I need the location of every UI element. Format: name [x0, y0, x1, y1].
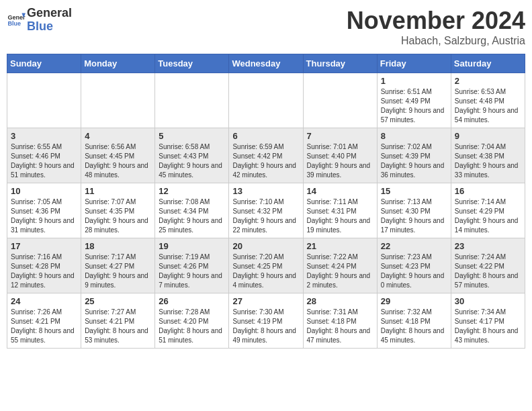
calendar-week-3: 10Sunrise: 7:05 AM Sunset: 4:36 PM Dayli…	[7, 183, 525, 238]
day-number: 30	[455, 296, 521, 306]
calendar-table: SundayMondayTuesdayWednesdayThursdayFrid…	[7, 54, 525, 349]
day-number: 17	[11, 241, 77, 251]
calendar-cell	[155, 73, 229, 128]
day-number: 15	[381, 186, 447, 196]
day-info: Sunrise: 7:17 AM Sunset: 4:27 PM Dayligh…	[85, 253, 151, 290]
day-info: Sunrise: 6:56 AM Sunset: 4:45 PM Dayligh…	[85, 142, 151, 180]
calendar-cell	[229, 73, 303, 128]
calendar-cell: 14Sunrise: 7:11 AM Sunset: 4:31 PM Dayli…	[303, 183, 377, 238]
logo-text: General Blue	[27, 7, 72, 34]
calendar-cell: 5Sunrise: 6:58 AM Sunset: 4:43 PM Daylig…	[155, 128, 229, 183]
day-info: Sunrise: 7:01 AM Sunset: 4:40 PM Dayligh…	[307, 142, 373, 180]
calendar-cell: 17Sunrise: 7:16 AM Sunset: 4:28 PM Dayli…	[7, 238, 81, 293]
day-info: Sunrise: 7:24 AM Sunset: 4:22 PM Dayligh…	[455, 253, 521, 290]
day-info: Sunrise: 7:05 AM Sunset: 4:36 PM Dayligh…	[11, 197, 77, 235]
calendar-cell: 27Sunrise: 7:30 AM Sunset: 4:19 PM Dayli…	[229, 293, 303, 349]
column-header-sunday: Sunday	[7, 54, 81, 73]
day-info: Sunrise: 7:32 AM Sunset: 4:18 PM Dayligh…	[381, 308, 447, 345]
page-header: General Blue General Blue November 2024 …	[7, 7, 525, 47]
day-info: Sunrise: 6:53 AM Sunset: 4:48 PM Dayligh…	[455, 87, 521, 125]
day-info: Sunrise: 6:51 AM Sunset: 4:49 PM Dayligh…	[381, 87, 447, 125]
day-number: 11	[85, 186, 151, 196]
calendar-cell: 9Sunrise: 7:04 AM Sunset: 4:38 PM Daylig…	[451, 128, 525, 183]
day-info: Sunrise: 7:22 AM Sunset: 4:24 PM Dayligh…	[307, 253, 373, 290]
day-info: Sunrise: 7:08 AM Sunset: 4:34 PM Dayligh…	[159, 197, 225, 235]
calendar-week-4: 17Sunrise: 7:16 AM Sunset: 4:28 PM Dayli…	[7, 238, 525, 293]
day-number: 5	[159, 131, 225, 141]
day-info: Sunrise: 7:20 AM Sunset: 4:25 PM Dayligh…	[232, 253, 299, 290]
logo-line1: General	[27, 7, 72, 20]
calendar-cell: 21Sunrise: 7:22 AM Sunset: 4:24 PM Dayli…	[303, 238, 377, 293]
day-number: 19	[159, 241, 225, 251]
day-number: 23	[455, 241, 521, 251]
calendar-cell: 24Sunrise: 7:26 AM Sunset: 4:21 PM Dayli…	[7, 293, 81, 349]
day-number: 14	[307, 186, 373, 196]
calendar-cell: 3Sunrise: 6:55 AM Sunset: 4:46 PM Daylig…	[7, 128, 81, 183]
logo: General Blue General Blue	[7, 7, 72, 34]
calendar-cell: 22Sunrise: 7:23 AM Sunset: 4:23 PM Dayli…	[377, 238, 451, 293]
calendar-cell: 15Sunrise: 7:13 AM Sunset: 4:30 PM Dayli…	[377, 183, 451, 238]
day-info: Sunrise: 7:13 AM Sunset: 4:30 PM Dayligh…	[381, 197, 447, 235]
calendar-cell: 1Sunrise: 6:51 AM Sunset: 4:49 PM Daylig…	[377, 73, 451, 128]
calendar-cell: 20Sunrise: 7:20 AM Sunset: 4:25 PM Dayli…	[229, 238, 303, 293]
day-info: Sunrise: 7:11 AM Sunset: 4:31 PM Dayligh…	[307, 197, 373, 235]
calendar-week-5: 24Sunrise: 7:26 AM Sunset: 4:21 PM Dayli…	[7, 293, 525, 349]
calendar-cell	[81, 73, 155, 128]
calendar-cell: 13Sunrise: 7:10 AM Sunset: 4:32 PM Dayli…	[229, 183, 303, 238]
day-number: 27	[232, 296, 299, 306]
day-info: Sunrise: 7:04 AM Sunset: 4:38 PM Dayligh…	[455, 142, 521, 180]
calendar-week-2: 3Sunrise: 6:55 AM Sunset: 4:46 PM Daylig…	[7, 128, 525, 183]
day-info: Sunrise: 7:26 AM Sunset: 4:21 PM Dayligh…	[11, 308, 77, 345]
day-info: Sunrise: 7:07 AM Sunset: 4:35 PM Dayligh…	[85, 197, 151, 235]
day-info: Sunrise: 7:31 AM Sunset: 4:18 PM Dayligh…	[307, 308, 373, 345]
day-number: 25	[85, 296, 151, 306]
svg-text:Blue: Blue	[7, 20, 21, 27]
calendar-cell: 18Sunrise: 7:17 AM Sunset: 4:27 PM Dayli…	[81, 238, 155, 293]
column-header-monday: Monday	[81, 54, 155, 73]
day-info: Sunrise: 7:14 AM Sunset: 4:29 PM Dayligh…	[455, 197, 521, 235]
day-info: Sunrise: 7:10 AM Sunset: 4:32 PM Dayligh…	[232, 197, 299, 235]
day-number: 21	[307, 241, 373, 251]
calendar-cell: 6Sunrise: 6:59 AM Sunset: 4:42 PM Daylig…	[229, 128, 303, 183]
day-number: 6	[232, 131, 299, 141]
calendar-cell: 2Sunrise: 6:53 AM Sunset: 4:48 PM Daylig…	[451, 73, 525, 128]
day-info: Sunrise: 7:30 AM Sunset: 4:19 PM Dayligh…	[232, 308, 299, 345]
day-info: Sunrise: 7:27 AM Sunset: 4:21 PM Dayligh…	[85, 308, 151, 345]
day-info: Sunrise: 7:19 AM Sunset: 4:26 PM Dayligh…	[159, 253, 225, 290]
column-header-saturday: Saturday	[451, 54, 525, 73]
day-info: Sunrise: 7:23 AM Sunset: 4:23 PM Dayligh…	[381, 253, 447, 290]
day-number: 18	[85, 241, 151, 251]
day-number: 3	[11, 131, 77, 141]
column-header-wednesday: Wednesday	[229, 54, 303, 73]
calendar-week-1: 1Sunrise: 6:51 AM Sunset: 4:49 PM Daylig…	[7, 73, 525, 128]
location: Habach, Salzburg, Austria	[347, 35, 525, 47]
calendar-cell: 7Sunrise: 7:01 AM Sunset: 4:40 PM Daylig…	[303, 128, 377, 183]
calendar-cell: 11Sunrise: 7:07 AM Sunset: 4:35 PM Dayli…	[81, 183, 155, 238]
calendar-cell: 30Sunrise: 7:34 AM Sunset: 4:17 PM Dayli…	[451, 293, 525, 349]
day-number: 24	[11, 296, 77, 306]
calendar-cell: 26Sunrise: 7:28 AM Sunset: 4:20 PM Dayli…	[155, 293, 229, 349]
day-number: 28	[307, 296, 373, 306]
day-number: 4	[85, 131, 151, 141]
calendar-cell	[303, 73, 377, 128]
day-number: 10	[11, 186, 77, 196]
calendar-cell: 4Sunrise: 6:56 AM Sunset: 4:45 PM Daylig…	[81, 128, 155, 183]
calendar-cell: 10Sunrise: 7:05 AM Sunset: 4:36 PM Dayli…	[7, 183, 81, 238]
calendar-header-row: SundayMondayTuesdayWednesdayThursdayFrid…	[7, 54, 525, 73]
day-info: Sunrise: 6:59 AM Sunset: 4:42 PM Dayligh…	[232, 142, 299, 180]
day-number: 13	[232, 186, 299, 196]
day-number: 20	[232, 241, 299, 251]
calendar-cell: 16Sunrise: 7:14 AM Sunset: 4:29 PM Dayli…	[451, 183, 525, 238]
day-number: 16	[455, 186, 521, 196]
day-number: 22	[381, 241, 447, 251]
column-header-friday: Friday	[377, 54, 451, 73]
day-info: Sunrise: 6:55 AM Sunset: 4:46 PM Dayligh…	[11, 142, 77, 180]
column-header-tuesday: Tuesday	[155, 54, 229, 73]
day-info: Sunrise: 7:16 AM Sunset: 4:28 PM Dayligh…	[11, 253, 77, 290]
day-number: 12	[159, 186, 225, 196]
day-info: Sunrise: 7:34 AM Sunset: 4:17 PM Dayligh…	[455, 308, 521, 345]
day-number: 26	[159, 296, 225, 306]
day-number: 1	[381, 76, 447, 86]
calendar-cell: 29Sunrise: 7:32 AM Sunset: 4:18 PM Dayli…	[377, 293, 451, 349]
title-block: November 2024 Habach, Salzburg, Austria	[347, 7, 525, 47]
